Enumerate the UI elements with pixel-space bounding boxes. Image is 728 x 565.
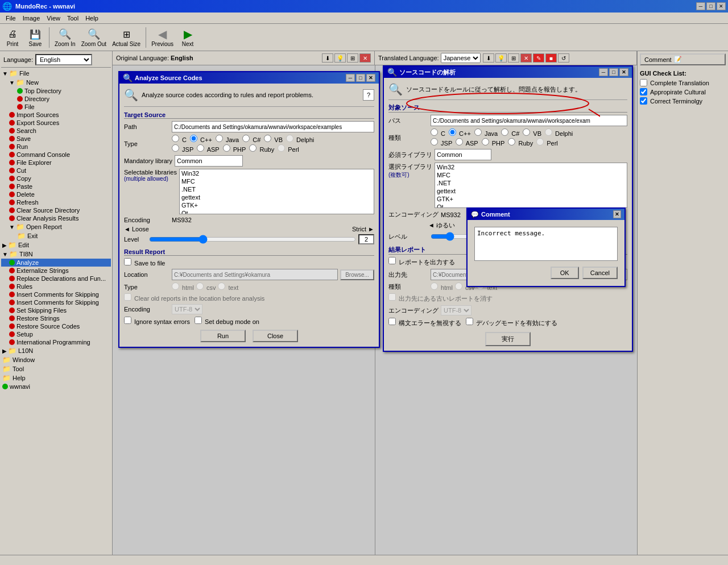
jp-dialog-max[interactable]: □ <box>609 68 618 76</box>
comment-ok-button[interactable]: OK <box>551 267 579 279</box>
zoom-out-button[interactable]: 🔍 Zoom Out <box>80 26 108 49</box>
tree-item-file[interactable]: ▼ 📁 File <box>1 69 111 78</box>
language-select[interactable]: English Japanese <box>35 54 92 65</box>
trans-panel-btn2[interactable]: 💡 <box>495 53 507 63</box>
tree-item-directory[interactable]: Directory <box>1 95 111 103</box>
jp-ignore-syntax-checkbox[interactable] <box>388 318 396 325</box>
path-input[interactable] <box>172 121 374 132</box>
jp-lib-win32[interactable]: Win32 <box>435 163 627 171</box>
jp-run-button[interactable]: 実行 <box>485 332 531 346</box>
analyze-dialog-close[interactable]: ✕ <box>366 74 375 82</box>
tree-item-restore-source-codes[interactable]: Restore Source Codes <box>1 322 111 330</box>
tree-item-rules[interactable]: Rules <box>1 282 111 290</box>
trans-lang-select[interactable]: Japanese English <box>441 53 481 63</box>
type-asp[interactable]: ASP <box>197 144 219 153</box>
tree-item-insert-comments-2[interactable]: Insert Comments for Skipping <box>1 298 111 306</box>
window-close-button[interactable]: ✕ <box>717 2 726 10</box>
tree-item-clear-source-directory[interactable]: Clear Source Directory <box>1 206 111 214</box>
lib-win32[interactable]: Win32 <box>180 169 374 177</box>
debug-mode-checkbox[interactable] <box>195 317 202 324</box>
menu-tool[interactable]: Tool <box>64 14 82 23</box>
jp-dialog-close[interactable]: ✕ <box>619 68 628 76</box>
jp-lib-gtk[interactable]: GTK+ <box>435 195 627 203</box>
menu-help[interactable]: Help <box>82 14 102 23</box>
jp-save-report-checkbox[interactable] <box>388 257 396 264</box>
tree-item-tool[interactable]: 📁 Tool <box>1 364 111 373</box>
analyze-dialog-max[interactable]: □ <box>356 74 365 82</box>
tree-item-command-console[interactable]: Command Console <box>1 151 111 159</box>
jp-selectable-libs-list[interactable]: Win32 MFC .NET gettext GTK+ Qt X Motif C… <box>435 163 627 208</box>
jp-mandatory-lib-input[interactable] <box>435 149 491 160</box>
tree-item-setup[interactable]: Setup <box>1 330 111 338</box>
tree-item-delete[interactable]: Delete <box>1 190 111 198</box>
tree-item-externalize-strings[interactable]: Externalize Strings <box>1 267 111 275</box>
menu-file[interactable]: File <box>2 14 19 23</box>
tree-item-file-explorer[interactable]: File Explorer <box>1 159 111 167</box>
orig-panel-close-btn[interactable]: ✕ <box>359 53 371 63</box>
jp-lib-mfc[interactable]: MFC <box>435 171 627 179</box>
lib-gtk[interactable]: GTK+ <box>180 201 374 209</box>
zoom-in-button[interactable]: 🔍 Zoom In <box>53 26 77 49</box>
tree-item-restore-strings[interactable]: Restore Strings <box>1 314 111 322</box>
orig-panel-btn1[interactable]: ⬇ <box>322 53 333 63</box>
menu-image[interactable]: Image <box>19 14 44 23</box>
tree-item-export-sources[interactable]: Export Sources <box>1 119 111 127</box>
tree-item-analyze[interactable]: Analyze <box>1 259 111 267</box>
trans-panel-btn7[interactable]: ↺ <box>558 53 569 63</box>
tree-item-save[interactable]: Save <box>1 135 111 143</box>
check-appropirate-cultural[interactable]: Appropirate Cultural <box>640 88 726 95</box>
type-php[interactable]: PHP <box>223 144 246 153</box>
type-perl[interactable]: Perl <box>278 144 299 153</box>
type-c[interactable]: C <box>172 135 187 143</box>
browse-button[interactable]: Browse... <box>340 269 374 280</box>
type-java[interactable]: Java <box>216 135 239 143</box>
tree-item-wwnavi[interactable]: wwnavi <box>1 383 111 390</box>
previous-button[interactable]: ◀ Previous <box>150 26 175 49</box>
save-button[interactable]: 💾 Save <box>25 26 46 49</box>
type-jsp[interactable]: JSP <box>172 144 193 153</box>
tree-item-replace-declarations[interactable]: Replace Declarations and Fun... <box>1 275 111 282</box>
selectable-libs-list[interactable]: Win32 MFC .NET gettext GTK+ Qt X Motif C… <box>179 169 374 214</box>
mandatory-lib-input[interactable] <box>175 155 243 167</box>
tree-item-run[interactable]: Run <box>1 143 111 151</box>
jp-clear-old-checkbox[interactable] <box>388 293 396 301</box>
jp-lib-gettext[interactable]: gettext <box>435 187 627 195</box>
tree-item-open-report[interactable]: ▼ 📁 Open Report <box>1 222 111 231</box>
tree-item-exit[interactable]: 📁 Exit <box>1 231 111 240</box>
tree-item-ti8n[interactable]: ▼ 📁 TI8N <box>1 250 111 259</box>
trans-panel-btn6[interactable]: ■ <box>545 53 557 63</box>
location-input[interactable] <box>172 269 338 280</box>
tree-item-clear-analysis-results[interactable]: Clear Analysis Results <box>1 214 111 222</box>
next-button[interactable]: ▶ Next <box>177 26 198 49</box>
lib-gettext[interactable]: gettext <box>180 193 374 201</box>
analyze-dialog-min[interactable]: ─ <box>346 74 355 82</box>
encoding2-select[interactable]: UTF-8 <box>172 304 202 314</box>
jp-debug-mode-checkbox[interactable] <box>466 318 473 325</box>
type-vb[interactable]: VB <box>264 135 283 143</box>
maximize-button[interactable]: □ <box>706 2 715 10</box>
comment-dialog-close[interactable]: ✕ <box>613 210 621 218</box>
tree-item-refresh[interactable]: Refresh <box>1 198 111 206</box>
lib-net[interactable]: .NET <box>180 185 374 193</box>
jp-lib-net[interactable]: .NET <box>435 179 627 187</box>
tree-item-file-child[interactable]: File <box>1 103 111 111</box>
tree-item-edit[interactable]: ▶ 📁 Edit <box>1 240 111 250</box>
check-complete-translation[interactable]: Complete Translation <box>640 79 726 86</box>
minimize-button[interactable]: ─ <box>696 2 705 10</box>
trans-panel-btn3[interactable]: ⊞ <box>508 53 519 63</box>
comment-cancel-button[interactable]: Cancel <box>582 267 618 279</box>
tree-item-search[interactable]: Search <box>1 127 111 135</box>
comment-tab[interactable]: Comment 📝 <box>640 53 726 65</box>
print-button[interactable]: 🖨 Print <box>2 26 23 49</box>
level-slider[interactable] <box>149 235 356 244</box>
menu-view[interactable]: View <box>43 14 64 23</box>
save-to-file-checkbox[interactable] <box>124 258 131 265</box>
trans-panel-close-btn[interactable]: ✕ <box>520 53 532 63</box>
tree-item-insert-comments-1[interactable]: Insert Comments for Skipping <box>1 290 111 298</box>
jp-encoding2-select[interactable]: UTF-8 <box>441 305 471 315</box>
orig-panel-btn2[interactable]: 💡 <box>334 53 346 63</box>
orig-panel-btn3[interactable]: ⊞ <box>347 53 358 63</box>
tree-item-window[interactable]: 📁 Window <box>1 355 111 364</box>
tree-item-new[interactable]: ▼ 📁 New <box>1 78 111 87</box>
close-button[interactable]: Close <box>253 330 298 342</box>
